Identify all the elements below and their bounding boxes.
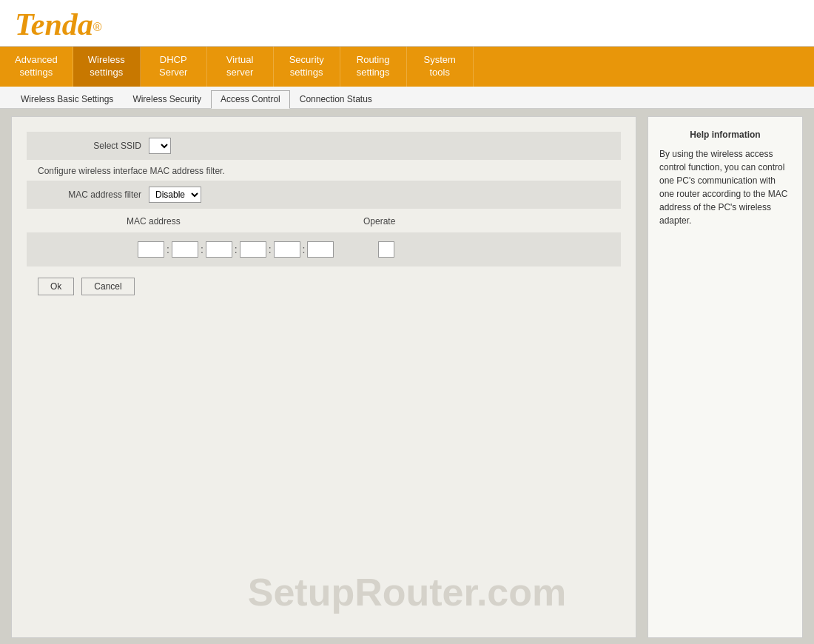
ssid-label: Select SSID — [38, 141, 141, 151]
button-row: Ok Cancel — [27, 278, 621, 295]
mac-sep-2: : — [201, 244, 204, 255]
mac-filter-row: MAC address filter Disable Allow Deny — [27, 181, 621, 209]
nav-virtual[interactable]: Virtual server — [207, 47, 274, 87]
header: Tenda® — [0, 0, 814, 47]
subnav: Wireless Basic Settings Wireless Securit… — [0, 87, 814, 109]
mac-octet-6[interactable] — [307, 241, 334, 258]
mac-sep-1: : — [166, 244, 169, 255]
mac-table-header: MAC address Operate — [27, 213, 621, 229]
logo-reg: ® — [93, 21, 102, 33]
help-panel: Help information By using the wireless a… — [648, 116, 803, 638]
subnav-basic[interactable]: Wireless Basic Settings — [11, 90, 123, 108]
help-title: Help information — [659, 128, 791, 141]
subnav-security[interactable]: Wireless Security — [123, 90, 211, 108]
mac-octet-5[interactable] — [274, 241, 300, 258]
nav-dhcp[interactable]: DHCP Server — [141, 47, 207, 87]
logo-text: Tenda — [15, 7, 93, 41]
ok-button[interactable]: Ok — [38, 278, 74, 295]
mac-octet-2[interactable] — [172, 241, 198, 258]
mac-octet-4[interactable] — [240, 241, 266, 258]
nav-system[interactable]: System tools — [407, 47, 474, 87]
main-layout: Select SSID Configure wireless interface… — [0, 109, 814, 644]
operate-input[interactable] — [378, 241, 394, 258]
mac-input-section: : : : : : — [27, 232, 621, 266]
mac-sep-4: : — [269, 244, 272, 255]
ssid-select[interactable] — [149, 138, 171, 154]
mac-inputs-row: : : : : : — [38, 238, 610, 261]
mac-filter-label: MAC address filter — [38, 189, 141, 200]
nav-routing[interactable]: Routing settings — [340, 47, 407, 87]
mac-sep-5: : — [303, 244, 306, 255]
nav-advanced[interactable]: Advanced settings — [0, 47, 73, 87]
nav-wireless[interactable]: Wireless settings — [73, 47, 141, 87]
ssid-row: Select SSID — [27, 132, 621, 160]
navbar: Advanced settings Wireless settings DHCP… — [0, 47, 814, 87]
mac-octet-1[interactable] — [138, 241, 164, 258]
subnav-access[interactable]: Access Control — [211, 90, 290, 109]
mac-address-header: MAC address — [127, 216, 334, 227]
cancel-button[interactable]: Cancel — [81, 278, 134, 295]
form-description: Configure wireless interface MAC address… — [38, 166, 621, 176]
mac-fields: : : : : : — [138, 241, 334, 258]
nav-security[interactable]: Security settings — [274, 47, 340, 87]
subnav-status[interactable]: Connection Status — [290, 90, 382, 108]
content-panel: Select SSID Configure wireless interface… — [11, 116, 636, 638]
help-text: By using the wireless access control fun… — [659, 147, 791, 227]
mac-sep-3: : — [235, 244, 238, 255]
operate-header: Operate — [363, 216, 395, 227]
logo: Tenda® — [15, 9, 102, 40]
mac-filter-select[interactable]: Disable Allow Deny — [149, 187, 201, 203]
mac-octet-3[interactable] — [206, 241, 232, 258]
